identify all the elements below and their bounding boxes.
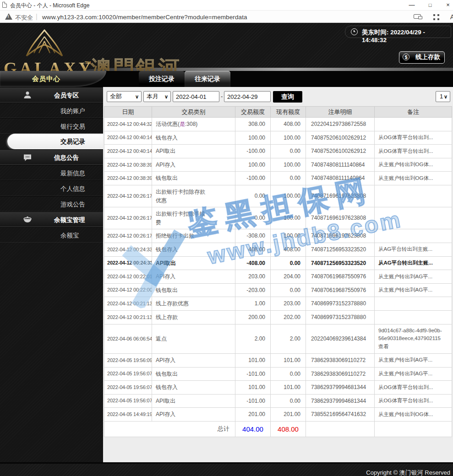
cell-date: 2022-04-12 00:40:14 — [104, 145, 152, 158]
sidebar-item[interactable]: 最新信息 — [0, 165, 103, 180]
cell-type: 线上存款优惠 — [152, 297, 235, 311]
transaction-type-select[interactable]: 全部∨ — [107, 91, 142, 102]
remark-view-link[interactable]: 查看 — [378, 343, 448, 351]
sidebar-item[interactable]: 个人信息 — [0, 180, 103, 196]
cell-date: 2022-04-12 00:38:39 — [104, 158, 152, 172]
cell-balance: 0.00 — [271, 283, 306, 297]
cell-date: 2022-04-05 19:56:07 — [104, 367, 152, 381]
tab-transaction-records[interactable]: 往来记录 — [185, 71, 230, 87]
cell-remark — [375, 118, 452, 131]
cell-remark: 从主账户转出到AG平... — [375, 367, 452, 381]
cell-bet-detail: 740874808111140864 — [306, 172, 375, 185]
cell-balance: 100.00 — [271, 185, 306, 207]
minimize-button[interactable]: — — [405, 0, 419, 10]
cell-bet-detail: 738629383069110272 — [306, 367, 375, 381]
sidebar-section-header[interactable]: 余额宝管理 — [0, 211, 103, 227]
date-from-input[interactable] — [173, 91, 219, 102]
date-range-select[interactable]: 本月∨ — [143, 91, 171, 102]
cell-bet-detail: 738629379994681344 — [306, 394, 375, 408]
cell-bet-detail: 740871696197623808 — [306, 229, 375, 243]
total-balance: 408.00 — [271, 421, 306, 437]
cell-balance: 408.00 — [271, 118, 306, 131]
cell-balance: 101.00 — [271, 381, 306, 395]
cell-remark — [375, 229, 452, 243]
chevron-down-icon: ∨ — [444, 92, 448, 102]
search-button[interactable]: 查询 — [273, 91, 302, 103]
server-time: 美东时间: 2022/04/29 - 14:48:32 — [362, 28, 451, 43]
cell-remark: 从AG平台转出到主账... — [375, 243, 452, 256]
cell-balance: 100.00 — [271, 158, 306, 172]
cell-bet-detail: 202204129738672558 — [306, 118, 375, 131]
cell-type: 返点 — [152, 324, 235, 353]
total-empty — [375, 421, 452, 437]
table-row: 2022-04-12 00:40:14API取出-100.000.0074087… — [104, 145, 452, 158]
wallet-icon — [23, 215, 32, 224]
window-title: 会员中心 - 个人 - Microsoft Edge — [10, 2, 89, 10]
cell-balance: 0.00 — [271, 145, 306, 158]
cell-bet-detail: 740870619687550976 — [306, 283, 375, 297]
sidebar-section-header[interactable]: 信息公告 — [0, 149, 103, 165]
member-center-header: 会员中心 — [0, 71, 106, 87]
not-secure-label[interactable]: 不安全 — [15, 14, 33, 22]
date-to-input[interactable] — [224, 91, 271, 102]
cell-balance: 203.00 — [271, 297, 306, 311]
cell-remark: 9d014c67-a88c-4df9-9e0b-56e90318eece,437… — [375, 324, 452, 353]
sidebar-item[interactable]: 游戏公告 — [0, 196, 103, 211]
maximize-button[interactable]: □ — [423, 0, 437, 10]
table-row: 2022-04-05 19:56:07钱包存入101.00101.0073862… — [104, 381, 452, 395]
cell-balance: 100.00 — [271, 229, 306, 243]
cell-amount: 2.00 — [235, 324, 271, 353]
table-row: 2022-04-06 06:06:54返点2.002.0020220406923… — [104, 324, 452, 353]
person-icon — [23, 91, 32, 100]
transactions-table: 日期交易类别交易额度现有额度注单明细备注 2022-04-12 00:44:32… — [104, 106, 452, 437]
cell-amount: 101.00 — [235, 381, 271, 395]
cell-date: 2022-04-12 00:40:14 — [104, 131, 152, 145]
cell-balance: 204.00 — [271, 270, 306, 284]
cell-bet-detail: 740869973152378880 — [306, 310, 375, 324]
cell-balance: 101.00 — [271, 353, 306, 367]
table-row: 2022-04-05 19:56:07API取出-101.000.0073862… — [104, 394, 452, 408]
cell-type: API存入 — [152, 353, 235, 367]
cell-bet-detail: 738552169564741632 — [306, 408, 375, 422]
cell-date: 2022-04-05 14:49:19 — [104, 408, 152, 422]
tab-betting-records[interactable]: 投注记录 — [139, 71, 185, 87]
sidebar-item-label: 游戏公告 — [60, 200, 85, 209]
cell-date: 2022-04-05 19:56:07 — [104, 394, 152, 408]
server-time-frame: 美东时间: 2022/04/29 - 14:48:32 — [345, 26, 451, 38]
sidebar-item[interactable]: 我的账户 — [0, 103, 103, 118]
cell-type: 钱包存入 — [152, 243, 235, 256]
device-icon[interactable] — [414, 14, 421, 19]
cell-date: 2022-04-12 00:21:13 — [104, 297, 152, 311]
total-amount: 404.00 — [235, 421, 271, 437]
cell-remark — [375, 185, 452, 207]
cell-bet-detail: 740870619687550976 — [306, 270, 375, 284]
page-select[interactable]: 1∨ — [436, 91, 450, 102]
address-bar[interactable]: 不安全 | www.yh123-23.com:10020/member/memb… — [0, 10, 453, 23]
apps-grid-icon[interactable] — [433, 14, 439, 20]
sidebar-item[interactable]: 银行交易 — [0, 118, 103, 134]
sidebar-section-header[interactable]: 会员专区 — [0, 87, 103, 103]
profile-letter-icon[interactable]: A — [450, 13, 453, 21]
page-footer: Copyright © 澳门银河 Reserved — [0, 462, 453, 476]
table-row: 2022-04-12 00:26:17拒绝银行卡出款-308.00100.007… — [104, 229, 452, 243]
close-button[interactable]: × — [441, 0, 453, 10]
type-link[interactable]: 是 — [180, 121, 185, 127]
filter-bar: 全部∨ 本月∨ - 查询 1∨ — [103, 91, 453, 103]
total-empty — [306, 421, 375, 437]
copyright-text: Copyright © 澳门银河 Reserved — [366, 469, 450, 476]
cell-type: 出款银行卡扣除存款优惠 — [152, 185, 235, 207]
cell-balance: 0.00 — [271, 367, 306, 381]
total-row: 总计404.00408.00 — [104, 421, 452, 437]
cell-amount: -100.00 — [235, 172, 271, 185]
sidebar-item[interactable]: 余额宝 — [0, 227, 103, 243]
cell-type: 钱包取出 — [152, 172, 235, 185]
cell-type: API存入 — [152, 158, 235, 172]
sidebar-item[interactable]: 交易记录 — [7, 134, 103, 149]
page-header: GALAXY TM MACAU 澳門銀河 美东时间: 2022/04/29 - … — [0, 23, 453, 71]
cell-remark: 从AG平台转出到主账... — [375, 256, 452, 270]
url-text[interactable]: www.yh123-23.com:10020/member/memberCent… — [42, 14, 247, 21]
brand-tm: TM — [85, 60, 91, 65]
online-deposit-button[interactable]: $ 线上存款 — [399, 51, 445, 64]
table-row: 2022-04-12 00:26:17出款银行卡扣除手续费0.00100.007… — [104, 207, 452, 229]
cell-date: 2022-04-12 00:26:17 — [104, 229, 152, 243]
